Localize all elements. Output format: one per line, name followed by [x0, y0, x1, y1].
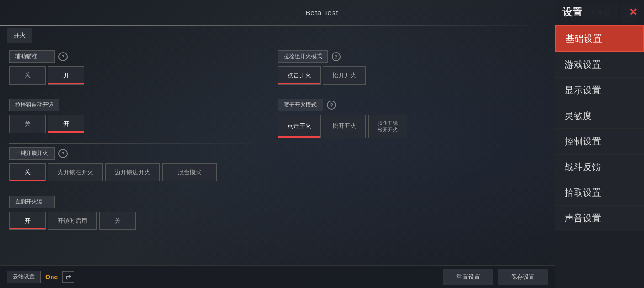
bolt-auto-scope-group: 拉栓狙自动开镜 关 开 [9, 99, 269, 133]
bolt-auto-scope-label-row: 拉栓狙自动开镜 [9, 99, 269, 111]
separator-3 [9, 192, 269, 192]
bolt-auto-scope-options: 关 开 [9, 115, 269, 133]
cloud-settings-label: 云端设置 [7, 271, 41, 283]
sidebar-item-label: 基础设置 [565, 33, 602, 43]
bolt-fire-mode-group: 拉栓狙开火模式 ? 点击开火 松开开火 [278, 50, 537, 85]
sidebar-item-combat-feedback[interactable]: 战斗反馈 [555, 155, 644, 180]
top-divider [0, 25, 555, 26]
one-key-scope-fire-help-icon[interactable]: ? [58, 149, 68, 158]
one-key-scope-fire-label-row: 一键开镜开火 ? [9, 147, 269, 160]
settings-grid: 辅助瞄准 ? 关 开 拉栓狙自动开镜 关 开 [9, 50, 546, 240]
separator-2 [9, 143, 269, 144]
one-key-scope-fire-options: 关 先开镜在开火 边开镜边开火 混合模式 [9, 163, 269, 181]
sidebar-item-label: 拾取设置 [565, 187, 601, 197]
one-key-scope-fire-option3-button[interactable]: 混合模式 [162, 163, 217, 181]
main-content: 开火 辅助瞄准 ? 关 开 [0, 25, 555, 288]
separator-1 [9, 95, 269, 95]
swap-icon[interactable]: ⇄ [62, 271, 74, 283]
bolt-fire-mode-help-icon[interactable]: ? [332, 52, 341, 61]
sidebar-title: 设置 [562, 5, 582, 19]
assist-aim-off-button[interactable]: 关 [9, 66, 46, 85]
footer-bar: 云端设置 One ⇄ 重置设置 保存设置 [0, 265, 555, 288]
sidebar-item-sound-settings[interactable]: 声音设置 [555, 206, 644, 231]
shotgun-fire-mode-label-row: 喷子开火模式 ? [278, 99, 537, 111]
close-icon[interactable]: ✕ [629, 6, 637, 18]
assist-aim-label-row: 辅助瞄准 ? [9, 50, 269, 63]
section-header: 开火 [7, 28, 32, 43]
bolt-fire-mode-label-row: 拉栓狙开火模式 ? [278, 50, 537, 63]
content-area: 辅助瞄准 ? 关 开 拉栓狙自动开镜 关 开 [0, 48, 555, 288]
sidebar-item-label: 战斗反馈 [565, 162, 601, 172]
one-key-scope-fire-option2-button[interactable]: 边开镜边开火 [105, 163, 160, 181]
header: Beta Test 登出 👤 [0, 0, 644, 25]
bolt-auto-scope-label: 拉栓狙自动开镜 [9, 99, 59, 111]
left-column: 辅助瞄准 ? 关 开 拉栓狙自动开镜 关 开 [9, 50, 269, 240]
save-button[interactable]: 保存设置 [498, 269, 548, 285]
left-fire-key-off-button[interactable]: 关 [99, 212, 136, 230]
left-fire-key-group: 左侧开火键 开 开镜时启用 关 [9, 196, 269, 230]
sidebar-item-sensitivity[interactable]: 灵敏度 [555, 103, 644, 129]
assist-aim-options: 关 开 [9, 66, 269, 85]
assist-aim-on-button[interactable]: 开 [48, 66, 84, 85]
assist-aim-help-icon[interactable]: ? [58, 52, 68, 61]
separator-4 [278, 95, 537, 95]
one-key-scope-fire-label: 一键开镜开火 [9, 147, 55, 160]
assist-aim-group: 辅助瞄准 ? 关 开 [9, 50, 269, 85]
sidebar-item-label: 显示设置 [565, 85, 601, 95]
left-fire-key-scope-button[interactable]: 开镜时启用 [48, 212, 97, 230]
sidebar-item-loot-settings[interactable]: 拾取设置 [555, 180, 644, 206]
shotgun-hold-scope-button[interactable]: 按住开镜 松开开火 [368, 115, 407, 138]
bolt-fire-mode-label: 拉栓狙开火模式 [278, 50, 328, 63]
footer-right: 重置设置 保存设置 [443, 269, 548, 285]
sidebar-item-control-settings[interactable]: 控制设置 [555, 129, 644, 155]
sidebar: 设置 ✕ 基础设置 游戏设置 显示设置 灵敏度 控制设置 战斗反馈 拾取设置 声… [555, 0, 644, 288]
bolt-fire-click-button[interactable]: 点击开火 [278, 66, 321, 85]
header-title: Beta Test [306, 9, 338, 16]
sidebar-item-label: 游戏设置 [565, 59, 601, 69]
sidebar-item-label: 灵敏度 [565, 111, 592, 121]
one-key-scope-fire-off-button[interactable]: 关 [9, 163, 46, 181]
right-column: 拉栓狙开火模式 ? 点击开火 松开开火 喷子开火模式 ? [278, 50, 537, 240]
shotgun-fire-mode-group: 喷子开火模式 ? 点击开火 松开开火 按住开镜 松开开火 [278, 99, 537, 138]
shotgun-fire-mode-label: 喷子开火模式 [278, 99, 323, 111]
one-key-scope-fire-option1-button[interactable]: 先开镜在开火 [48, 163, 103, 181]
bolt-auto-scope-off-button[interactable]: 关 [9, 115, 46, 133]
sidebar-item-game-settings[interactable]: 游戏设置 [555, 52, 644, 78]
sidebar-item-label: 声音设置 [565, 213, 601, 223]
left-fire-key-on-button[interactable]: 开 [9, 212, 46, 230]
sidebar-item-basic-settings[interactable]: 基础设置 [555, 25, 644, 52]
cloud-value: One [45, 273, 58, 281]
shotgun-fire-mode-help-icon[interactable]: ? [327, 101, 336, 110]
sidebar-item-display-settings[interactable]: 显示设置 [555, 78, 644, 103]
left-fire-key-label: 左侧开火键 [9, 196, 55, 208]
one-key-scope-fire-group: 一键开镜开火 ? 关 先开镜在开火 边开镜边开火 混合模式 [9, 147, 269, 181]
shotgun-release-fire-button[interactable]: 松开开火 [323, 115, 366, 138]
shotgun-click-fire-button[interactable]: 点击开火 [278, 115, 321, 138]
section-label: 开火 [14, 32, 26, 39]
bolt-auto-scope-on-button[interactable]: 开 [48, 115, 84, 133]
bolt-fire-mode-options: 点击开火 松开开火 [278, 66, 537, 85]
sidebar-item-label: 控制设置 [565, 136, 601, 146]
left-fire-key-options: 开 开镜时启用 关 [9, 212, 269, 230]
shotgun-fire-mode-options: 点击开火 松开开火 按住开镜 松开开火 [278, 115, 537, 138]
sidebar-header: 设置 ✕ [555, 0, 644, 25]
left-fire-key-label-row: 左侧开火键 [9, 196, 269, 208]
reset-button[interactable]: 重置设置 [443, 269, 493, 285]
bolt-fire-release-button[interactable]: 松开开火 [323, 66, 366, 85]
assist-aim-label: 辅助瞄准 [9, 50, 55, 63]
